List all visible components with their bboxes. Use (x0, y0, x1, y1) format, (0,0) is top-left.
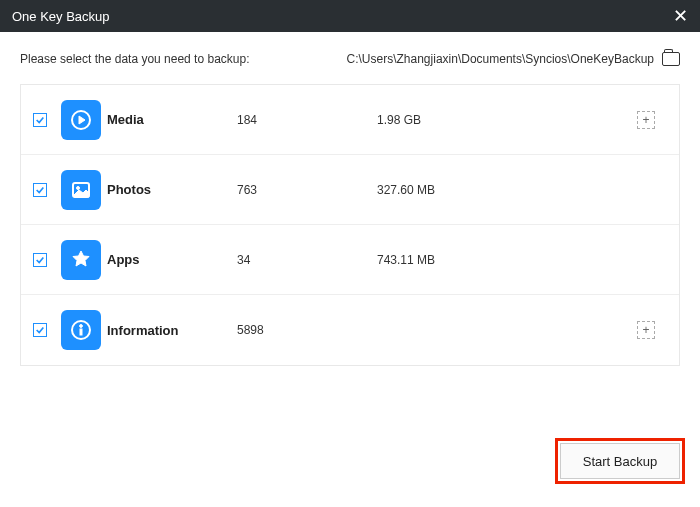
checkbox-apps[interactable] (33, 253, 47, 267)
check-icon (35, 255, 45, 265)
list-item: Media 184 1.98 GB + (21, 85, 679, 155)
info-icon (61, 310, 101, 350)
prompt-text: Please select the data you need to backu… (20, 52, 250, 66)
checkbox-information[interactable] (33, 323, 47, 337)
svg-point-4 (80, 325, 83, 328)
svg-rect-5 (80, 329, 82, 335)
content-area: Please select the data you need to backu… (0, 32, 700, 366)
footer: Start Backup (560, 443, 680, 479)
check-icon (35, 325, 45, 335)
expand-button[interactable]: + (637, 321, 655, 339)
row-label: Information (107, 323, 237, 338)
row-size: 327.60 MB (377, 183, 637, 197)
photos-icon (61, 170, 101, 210)
row-count: 34 (237, 253, 377, 267)
svg-point-2 (77, 186, 80, 189)
list-item: Apps 34 743.11 MB (21, 225, 679, 295)
row-count: 763 (237, 183, 377, 197)
row-count: 5898 (237, 323, 377, 337)
path-text: C:\Users\Zhangjiaxin\Documents\Syncios\O… (347, 52, 654, 66)
window-title: One Key Backup (12, 9, 110, 24)
row-size: 743.11 MB (377, 253, 637, 267)
checkbox-media[interactable] (33, 113, 47, 127)
check-icon (35, 185, 45, 195)
check-icon (35, 115, 45, 125)
folder-icon[interactable] (662, 52, 680, 66)
close-icon[interactable]: ✕ (673, 7, 688, 25)
data-list: Media 184 1.98 GB + Photos 763 327.60 MB (20, 84, 680, 366)
row-size: 1.98 GB (377, 113, 637, 127)
row-label: Photos (107, 182, 237, 197)
list-item: Information 5898 + (21, 295, 679, 365)
checkbox-photos[interactable] (33, 183, 47, 197)
list-item: Photos 763 327.60 MB (21, 155, 679, 225)
row-label: Media (107, 112, 237, 127)
row-count: 184 (237, 113, 377, 127)
media-icon (61, 100, 101, 140)
row-label: Apps (107, 252, 237, 267)
expand-button[interactable]: + (637, 111, 655, 129)
title-bar: One Key Backup ✕ (0, 0, 700, 32)
header-row: Please select the data you need to backu… (20, 52, 680, 66)
backup-path: C:\Users\Zhangjiaxin\Documents\Syncios\O… (347, 52, 680, 66)
start-backup-button[interactable]: Start Backup (560, 443, 680, 479)
apps-icon (61, 240, 101, 280)
